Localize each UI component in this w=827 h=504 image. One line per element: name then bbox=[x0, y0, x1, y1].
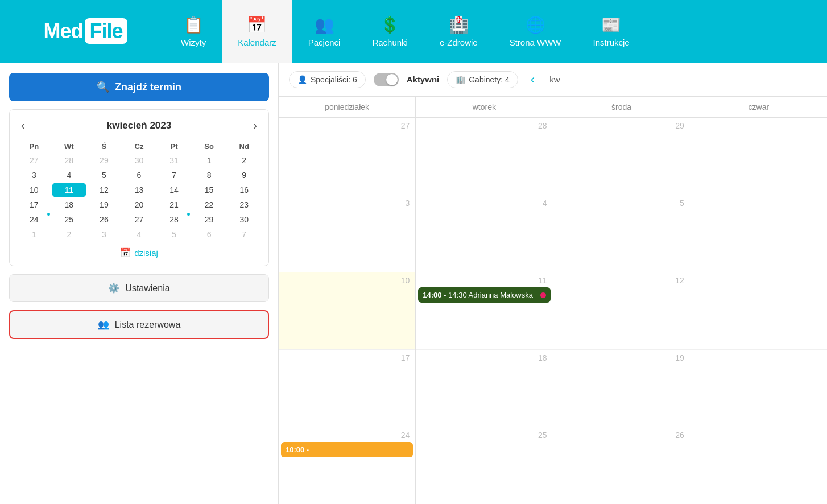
calendar-day[interactable]: 18 bbox=[52, 197, 87, 212]
settings-button[interactable]: ⚙️ Ustawienia bbox=[9, 274, 269, 302]
mini-calendar: ‹ kwiecień 2023 › PnWtŚCzPtSoNd272829303… bbox=[9, 109, 269, 266]
nav-label-kalendarz: Kalendarz bbox=[238, 38, 276, 47]
calendar-day[interactable]: 6 bbox=[122, 168, 157, 183]
nav-label-instrukcje: Instrukcje bbox=[593, 38, 630, 47]
today-link-label: dzisiaj bbox=[134, 248, 158, 258]
week-cell: 12 bbox=[553, 272, 690, 350]
cell-date: 3 bbox=[281, 199, 413, 208]
calendar-day[interactable]: 2 bbox=[226, 153, 262, 168]
nav-item-instrukcje[interactable]: 📰 Instrukcje bbox=[577, 0, 646, 63]
calendar-title: kwiecień 2023 bbox=[107, 120, 171, 131]
specialists-label: Specjaliści: 6 bbox=[311, 75, 357, 84]
calendar-day[interactable]: 4 bbox=[122, 227, 157, 242]
calendar-day[interactable]: 28 bbox=[52, 153, 87, 168]
calendar-day[interactable]: 3 bbox=[86, 227, 122, 242]
next-month-button[interactable]: › bbox=[249, 118, 262, 133]
logo-area: MedFile bbox=[6, 19, 165, 43]
waitlist-button[interactable]: 👥 Lista rezerwowa bbox=[9, 310, 269, 339]
kw-label: kw bbox=[549, 75, 560, 84]
week-cell: 3 bbox=[279, 195, 415, 272]
calendar-day[interactable]: 6 bbox=[192, 227, 227, 242]
calendar-day[interactable]: 8 bbox=[192, 168, 227, 183]
calendar-day[interactable]: 2 bbox=[52, 227, 87, 242]
calendar-day[interactable]: 9 bbox=[226, 168, 262, 183]
calendar-day[interactable]: 15 bbox=[192, 183, 227, 197]
week-cell bbox=[690, 272, 827, 350]
settings-label: Ustawienia bbox=[125, 283, 169, 294]
weekday-header: Pt bbox=[156, 140, 192, 153]
calendar-day[interactable]: 27 bbox=[16, 153, 52, 168]
calendar-day[interactable]: 30 bbox=[226, 212, 262, 227]
event-dot bbox=[540, 292, 546, 298]
cell-date: 28 bbox=[418, 121, 550, 130]
calendar-day[interactable]: 1 bbox=[16, 227, 52, 242]
nav-label-strona-www: Strona WWW bbox=[510, 38, 561, 47]
calendar-day[interactable]: 12 bbox=[86, 183, 122, 197]
calendar-day[interactable]: 28 bbox=[156, 212, 192, 227]
calendar-day[interactable]: 19 bbox=[86, 197, 122, 212]
e-zdrowie-icon: 🏥 bbox=[449, 15, 469, 34]
gabinety-badge: 🏢 Gabinety: 4 bbox=[447, 71, 518, 88]
cell-date: 29 bbox=[556, 121, 688, 130]
calendar-day[interactable]: 3 bbox=[16, 168, 52, 183]
cal-header: ‹ kwiecień 2023 › bbox=[16, 118, 262, 133]
calendar-day[interactable]: 7 bbox=[156, 168, 192, 183]
calendar-day[interactable]: 14 bbox=[156, 183, 192, 197]
calendar-day[interactable]: 21 bbox=[156, 197, 192, 212]
week-cell: 27 bbox=[279, 118, 415, 195]
calendar-day[interactable]: 22 bbox=[192, 197, 227, 212]
find-termin-button[interactable]: 🔍 Znajdź termin bbox=[9, 73, 269, 101]
nav-item-kalendarz[interactable]: 📅 Kalendarz bbox=[222, 0, 292, 63]
calendar-day[interactable]: 30 bbox=[122, 153, 157, 168]
calendar-day[interactable]: 16 bbox=[226, 183, 262, 197]
cell-date: 24 bbox=[281, 431, 413, 440]
calendar-day[interactable]: 1 bbox=[192, 153, 227, 168]
calendar-day[interactable]: 24 bbox=[16, 212, 52, 227]
calendar-day[interactable]: 29 bbox=[86, 153, 122, 168]
calendar-day[interactable]: 7 bbox=[226, 227, 262, 242]
calendar-day[interactable]: 17 bbox=[16, 197, 52, 212]
week-cell: 29 bbox=[553, 118, 690, 195]
calendar-day[interactable]: 23 bbox=[226, 197, 262, 212]
today-link[interactable]: 📅 dzisiaj bbox=[16, 247, 262, 258]
logo-med: Med bbox=[43, 19, 82, 43]
calendar-day[interactable]: 29 bbox=[192, 212, 227, 227]
gabinety-icon: 🏢 bbox=[456, 75, 465, 84]
prev-month-button[interactable]: ‹ bbox=[16, 118, 30, 133]
calendar-day[interactable]: 10 bbox=[16, 183, 52, 197]
cal-toolbar: 👤 Specjaliści: 6 Aktywni 🏢 Gabinety: 4 ‹… bbox=[279, 63, 827, 97]
calendar-day[interactable]: 13 bbox=[122, 183, 157, 197]
week-header: poniedziałekwtorekśrodaczwar bbox=[279, 97, 827, 118]
week-cell bbox=[690, 427, 827, 504]
calendar-day[interactable]: 11 bbox=[52, 183, 87, 197]
week-cell: 17 bbox=[279, 350, 415, 427]
week-cell bbox=[690, 195, 827, 272]
calendar-day[interactable]: 5 bbox=[86, 168, 122, 183]
prev-week-button[interactable]: ‹ bbox=[526, 70, 539, 89]
calendar-day[interactable]: 25 bbox=[52, 212, 87, 227]
calendar-day[interactable]: 26 bbox=[86, 212, 122, 227]
nav-item-wizyty[interactable]: 📋 Wizyty bbox=[165, 0, 222, 63]
event-block[interactable]: 10:00 - bbox=[281, 442, 413, 457]
nav-item-e-zdrowie[interactable]: 🏥 e-Zdrowie bbox=[424, 0, 494, 63]
nav-item-rachunki[interactable]: 💲 Rachunki bbox=[356, 0, 424, 63]
calendar-day[interactable]: 20 bbox=[122, 197, 157, 212]
cell-date: 19 bbox=[556, 353, 688, 362]
main-layout: 🔍 Znajdź termin ‹ kwiecień 2023 › PnWtŚC… bbox=[0, 63, 827, 504]
logo-file: File bbox=[85, 18, 127, 44]
cell-date: 10 bbox=[281, 276, 413, 285]
waitlist-label: Lista rezerwowa bbox=[115, 320, 181, 330]
aktywni-toggle[interactable] bbox=[374, 73, 399, 86]
weekday-header: Ś bbox=[86, 140, 122, 153]
calendar-day[interactable]: 31 bbox=[156, 153, 192, 168]
nav-item-pacjenci[interactable]: 👥 Pacjenci bbox=[292, 0, 357, 63]
calendar-day[interactable]: 4 bbox=[52, 168, 87, 183]
calendar-day[interactable]: 27 bbox=[122, 212, 157, 227]
event-block[interactable]: 14:00 - 14:30 Adrianna Malowska bbox=[418, 287, 550, 303]
cell-date: 5 bbox=[556, 199, 688, 208]
calendar-day[interactable]: 5 bbox=[156, 227, 192, 242]
settings-icon: ⚙️ bbox=[108, 283, 119, 294]
logo-text: MedFile bbox=[43, 19, 127, 43]
week-cell: 5 bbox=[553, 195, 690, 272]
nav-item-strona-www[interactable]: 🌐 Strona WWW bbox=[494, 0, 577, 63]
